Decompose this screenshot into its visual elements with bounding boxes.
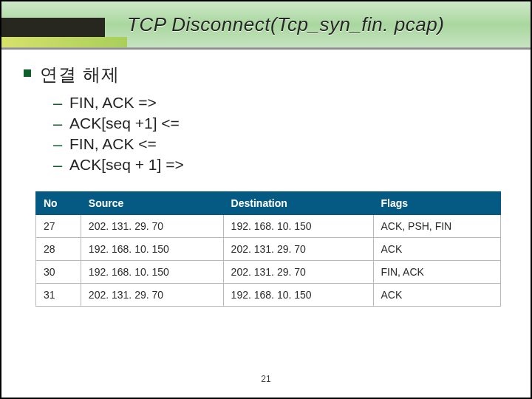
step-list: – FIN, ACK => – ACK[seq +1] <= – FIN, AC… bbox=[53, 94, 508, 175]
col-header-destination: Destination bbox=[223, 192, 373, 215]
cell-flags: FIN, ACK bbox=[373, 261, 501, 284]
col-header-flags: Flags bbox=[373, 192, 501, 215]
list-item: – ACK[seq + 1] => bbox=[53, 156, 508, 175]
col-header-no: No bbox=[36, 192, 81, 215]
cell-destination: 202. 131. 29. 70 bbox=[223, 261, 373, 284]
cell-flags: ACK, PSH, FIN bbox=[373, 215, 501, 238]
cell-no: 30 bbox=[36, 261, 81, 284]
list-item: – FIN, ACK <= bbox=[53, 135, 508, 154]
cell-no: 27 bbox=[36, 215, 81, 238]
step-text: ACK[seq +1] <= bbox=[69, 115, 180, 132]
cell-source: 192. 168. 10. 150 bbox=[81, 238, 223, 261]
list-item: – FIN, ACK => bbox=[53, 94, 508, 113]
step-text: ACK[seq + 1] => bbox=[69, 156, 184, 174]
cell-flags: ACK bbox=[373, 238, 501, 261]
packet-table: No Source Destination Flags 27 202. 131.… bbox=[35, 191, 501, 307]
table-row: 28 192. 168. 10. 150 202. 131. 29. 70 AC… bbox=[36, 238, 501, 261]
cell-destination: 192. 168. 10. 150 bbox=[223, 284, 373, 307]
step-text: FIN, ACK => bbox=[69, 94, 157, 112]
dash-icon: – bbox=[53, 135, 62, 154]
dash-icon: – bbox=[53, 94, 62, 113]
cell-source: 192. 168. 10. 150 bbox=[81, 261, 223, 284]
page-number: 21 bbox=[1, 374, 531, 384]
col-header-source: Source bbox=[81, 192, 223, 215]
cell-no: 31 bbox=[36, 284, 81, 307]
cell-source: 202. 131. 29. 70 bbox=[81, 215, 223, 238]
cell-flags: ACK bbox=[373, 284, 501, 307]
bullet-icon bbox=[24, 69, 31, 77]
table-header-row: No Source Destination Flags bbox=[36, 192, 501, 215]
table-row: 27 202. 131. 29. 70 192. 168. 10. 150 AC… bbox=[36, 215, 501, 238]
slide-title: TCP Disconnect(Tcp_syn_fin. pcap) bbox=[127, 13, 444, 36]
cell-destination: 202. 131. 29. 70 bbox=[223, 238, 373, 261]
section-title: 연결 해제 bbox=[40, 63, 120, 86]
dash-icon: – bbox=[53, 156, 62, 175]
cell-destination: 192. 168. 10. 150 bbox=[223, 215, 373, 238]
slide: TCP Disconnect(Tcp_syn_fin. pcap) 연결 해제 … bbox=[0, 0, 532, 399]
table-row: 31 202. 131. 29. 70 192. 168. 10. 150 AC… bbox=[36, 284, 501, 307]
step-text: FIN, ACK <= bbox=[69, 135, 157, 153]
cell-no: 28 bbox=[36, 238, 81, 261]
cell-source: 202. 131. 29. 70 bbox=[81, 284, 223, 307]
title-band: TCP Disconnect(Tcp_syn_fin. pcap) bbox=[1, 1, 531, 47]
title-art bbox=[1, 1, 127, 47]
table-row: 30 192. 168. 10. 150 202. 131. 29. 70 FI… bbox=[36, 261, 501, 284]
slide-body: 연결 해제 – FIN, ACK => – ACK[seq +1] <= – F… bbox=[1, 50, 531, 307]
section-heading-row: 연결 해제 bbox=[24, 63, 508, 86]
dash-icon: – bbox=[53, 115, 62, 134]
list-item: – ACK[seq +1] <= bbox=[53, 115, 508, 134]
